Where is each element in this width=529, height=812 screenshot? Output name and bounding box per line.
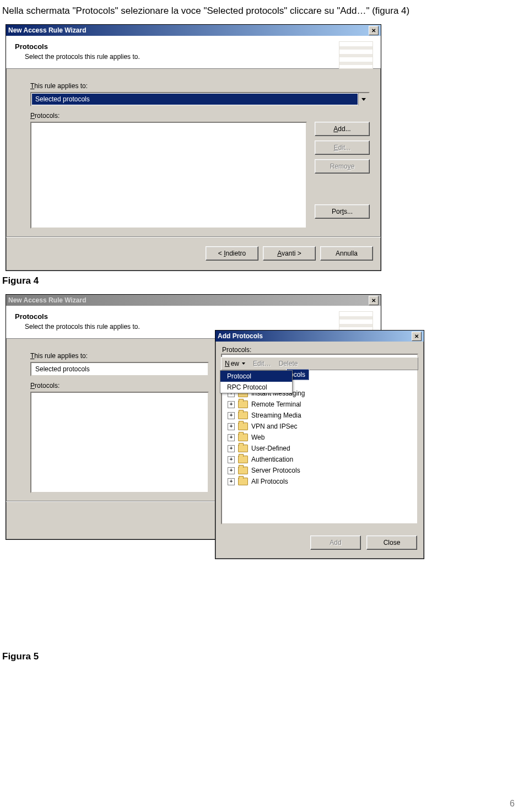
folder-icon (238, 400, 248, 408)
close-icon[interactable]: ✕ (369, 26, 379, 35)
header-graphic (339, 41, 373, 69)
add-button[interactable]: Add (310, 535, 361, 550)
tree-item[interactable]: +Remote Terminal (224, 399, 415, 410)
expand-icon[interactable]: + (228, 456, 235, 463)
dialog-body: This rule applies to: Selected protocols… (6, 69, 381, 233)
tree-item-label: User-Defined (251, 445, 290, 452)
header-subtitle: Select the protocols this rule applies t… (25, 53, 372, 61)
intro-text: Nella schermata "Protocols" selezionare … (0, 0, 529, 17)
protocols-label: Protocols: (215, 342, 424, 354)
new-menu-button[interactable]: New (225, 360, 245, 367)
figure-5-area: New Access Rule Wizard ✕ Protocols Selec… (6, 294, 529, 647)
wizard-dialog-fig4: New Access Rule Wizard ✕ Protocols Selec… (6, 24, 381, 271)
tree-item-label: All Protocols (251, 478, 288, 485)
folder-icon (238, 412, 248, 419)
edit-button[interactable]: Edit... (315, 140, 370, 155)
add-protocols-dialog: Add Protocols ✕ Protocols: +Mail+Instant… (215, 330, 424, 559)
tree-toolbar: New Edit… Delete (221, 357, 418, 370)
close-button[interactable]: Close (366, 535, 417, 550)
chevron-down-icon (242, 362, 245, 365)
tree-item[interactable]: +Authentication (224, 454, 415, 465)
figure-4-area: New Access Rule Wizard ✕ Protocols Selec… (0, 17, 529, 271)
applies-select[interactable]: Selected protocols (30, 362, 209, 376)
remove-button[interactable]: Remove (315, 159, 370, 174)
title-bar: Add Protocols ✕ (215, 331, 424, 342)
header-title: Protocols (15, 312, 372, 321)
expand-icon[interactable]: + (228, 423, 235, 430)
folder-icon (238, 434, 248, 441)
expand-icon[interactable]: + (228, 467, 235, 474)
expand-icon[interactable]: + (228, 401, 235, 408)
dialog-title: Add Protocols (218, 332, 263, 340)
next-button[interactable]: Avanti > (263, 246, 316, 261)
figure-4-caption: Figura 4 (0, 271, 529, 294)
folder-icon (238, 423, 248, 430)
wizard-footer: < Indietro Avanti > Annulla (6, 237, 381, 270)
tree-item-label: Server Protocols (251, 467, 300, 474)
tree-item-label: Authentication (251, 456, 293, 463)
folder-icon (238, 478, 248, 485)
header-subtitle: Select the protocols this rule applies t… (25, 323, 372, 331)
toolbar-edit[interactable]: Edit… (253, 360, 271, 367)
remove-label: Remove (330, 163, 355, 170)
close-icon[interactable]: ✕ (369, 296, 379, 305)
expand-icon[interactable]: + (228, 445, 235, 452)
toolbar-delete[interactable]: Delete (279, 360, 298, 367)
tree-item-label: VPN and IPSec (251, 423, 297, 430)
protocols-label: Protocols: (30, 112, 370, 120)
dialog-title: New Access Rule Wizard (8, 26, 87, 34)
close-icon[interactable]: ✕ (412, 332, 422, 341)
expand-icon[interactable]: + (228, 412, 235, 419)
menu-item-protocol[interactable]: Protocol (220, 371, 292, 382)
header-title: Protocols (15, 42, 372, 51)
dialog-header: Protocols Select the protocols this rule… (6, 36, 381, 69)
applies-value: Selected protocols (32, 94, 358, 105)
figure-5-caption: Figura 5 (0, 647, 529, 670)
title-bar-inactive: New Access Rule Wizard ✕ (6, 295, 381, 306)
ports-button[interactable]: Ports... (315, 204, 370, 219)
applies-value: Selected protocols (32, 364, 207, 375)
add-button[interactable]: Add... (315, 122, 370, 136)
cancel-button[interactable]: Annulla (320, 246, 373, 261)
tree-item-label: Web (251, 434, 264, 441)
folder-icon (238, 445, 248, 452)
tree-item[interactable]: +Server Protocols (224, 465, 415, 476)
dialog-title: New Access Rule Wizard (8, 296, 87, 304)
chevron-down-icon[interactable] (358, 93, 369, 105)
protocols-listbox[interactable] (30, 122, 307, 229)
tree-item-label: Streaming Media (251, 412, 301, 419)
expand-icon[interactable]: + (228, 478, 235, 485)
applies-select[interactable]: Selected protocols (30, 92, 370, 106)
tree-item[interactable]: +VPN and IPSec (224, 421, 415, 432)
menu-item-rpc-protocol[interactable]: RPC Protocol (220, 382, 292, 393)
tree-item[interactable]: +User-Defined (224, 443, 415, 454)
tree-item[interactable]: +Web (224, 432, 415, 443)
new-dropdown-menu: Protocol RPC Protocol (220, 370, 293, 393)
expand-icon[interactable]: + (228, 434, 235, 441)
folder-icon (238, 467, 248, 474)
tree-item-label: Remote Terminal (251, 400, 301, 408)
applies-label: This rule applies to: (30, 82, 370, 90)
page-number: 6 (510, 799, 515, 809)
side-buttons: Add... Edit... Remove Ports... (315, 122, 370, 229)
folder-icon (238, 456, 248, 463)
tree-item[interactable]: +All Protocols (224, 476, 415, 487)
protocols-listbox[interactable] (30, 392, 209, 493)
dialog-footer: Add Close (215, 528, 424, 559)
tree-item[interactable]: +Streaming Media (224, 410, 415, 421)
title-bar: New Access Rule Wizard ✕ (6, 25, 381, 36)
back-button[interactable]: < Indietro (206, 246, 258, 261)
